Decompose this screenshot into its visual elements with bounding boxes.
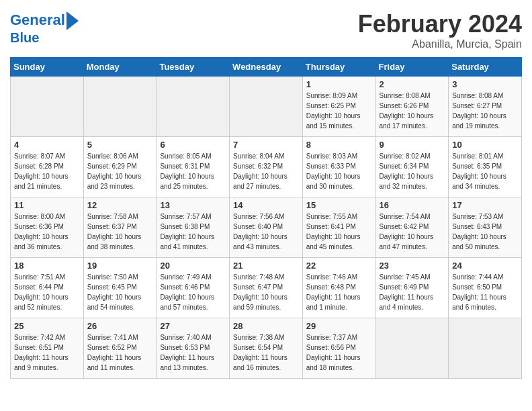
day-number: 19 [87, 261, 153, 271]
day-cell [449, 318, 522, 379]
day-info: Sunrise: 8:08 AM Sunset: 6:27 PM Dayligh… [452, 91, 518, 131]
day-cell [157, 77, 230, 137]
week-row-3: 11Sunrise: 8:00 AM Sunset: 6:36 PM Dayli… [11, 197, 522, 258]
header-cell-wednesday: Wednesday [230, 58, 303, 77]
day-cell: 17Sunrise: 7:53 AM Sunset: 6:43 PM Dayli… [449, 197, 522, 258]
header-cell-thursday: Thursday [302, 58, 375, 77]
day-number: 25 [14, 321, 80, 331]
week-row-1: 1Sunrise: 8:09 AM Sunset: 6:25 PM Daylig… [11, 77, 522, 137]
page-header: General Blue February 2024 Abanilla, Mur… [10, 10, 522, 50]
day-info: Sunrise: 7:57 AM Sunset: 6:38 PM Dayligh… [160, 212, 226, 252]
day-cell: 18Sunrise: 7:51 AM Sunset: 6:44 PM Dayli… [11, 258, 84, 318]
day-cell [375, 318, 449, 379]
day-cell: 3Sunrise: 8:08 AM Sunset: 6:27 PM Daylig… [449, 77, 522, 137]
day-cell: 11Sunrise: 8:00 AM Sunset: 6:36 PM Dayli… [11, 197, 84, 258]
day-info: Sunrise: 8:03 AM Sunset: 6:33 PM Dayligh… [306, 151, 372, 191]
day-number: 15 [306, 200, 372, 210]
month-title: February 2024 [358, 10, 522, 38]
day-info: Sunrise: 7:54 AM Sunset: 6:42 PM Dayligh… [380, 212, 445, 252]
day-number: 24 [452, 261, 518, 271]
day-info: Sunrise: 7:53 AM Sunset: 6:43 PM Dayligh… [452, 212, 518, 252]
day-cell: 25Sunrise: 7:42 AM Sunset: 6:51 PM Dayli… [11, 318, 84, 379]
day-info: Sunrise: 7:41 AM Sunset: 6:52 PM Dayligh… [87, 332, 153, 373]
day-number: 7 [233, 140, 299, 150]
day-info: Sunrise: 8:07 AM Sunset: 6:28 PM Dayligh… [14, 151, 80, 191]
day-info: Sunrise: 7:56 AM Sunset: 6:40 PM Dayligh… [233, 212, 299, 252]
day-number: 2 [380, 79, 445, 89]
day-info: Sunrise: 7:51 AM Sunset: 6:44 PM Dayligh… [14, 272, 80, 312]
day-number: 14 [233, 200, 299, 210]
day-number: 11 [14, 200, 80, 210]
day-number: 27 [160, 321, 226, 331]
day-number: 28 [233, 321, 299, 331]
day-cell: 29Sunrise: 7:37 AM Sunset: 6:56 PM Dayli… [302, 318, 375, 379]
day-info: Sunrise: 7:44 AM Sunset: 6:50 PM Dayligh… [452, 272, 518, 312]
day-cell: 2Sunrise: 8:08 AM Sunset: 6:26 PM Daylig… [375, 77, 449, 137]
day-cell: 15Sunrise: 7:55 AM Sunset: 6:41 PM Dayli… [302, 197, 375, 258]
day-number: 8 [306, 140, 372, 150]
day-cell: 24Sunrise: 7:44 AM Sunset: 6:50 PM Dayli… [449, 258, 522, 318]
day-info: Sunrise: 8:00 AM Sunset: 6:36 PM Dayligh… [14, 212, 80, 252]
calendar-header: SundayMondayTuesdayWednesdayThursdayFrid… [11, 58, 522, 77]
day-info: Sunrise: 8:08 AM Sunset: 6:26 PM Dayligh… [380, 91, 445, 131]
title-block: February 2024 Abanilla, Murcia, Spain [358, 10, 522, 50]
day-number: 9 [380, 140, 445, 150]
header-cell-friday: Friday [375, 58, 449, 77]
logo-text: General [10, 12, 65, 28]
header-cell-sunday: Sunday [11, 58, 84, 77]
day-info: Sunrise: 7:48 AM Sunset: 6:47 PM Dayligh… [233, 272, 299, 312]
day-number: 4 [14, 140, 80, 150]
day-cell [11, 77, 84, 137]
week-row-2: 4Sunrise: 8:07 AM Sunset: 6:28 PM Daylig… [11, 137, 522, 197]
day-number: 1 [306, 79, 372, 89]
day-info: Sunrise: 8:02 AM Sunset: 6:34 PM Dayligh… [380, 151, 445, 191]
day-cell: 1Sunrise: 8:09 AM Sunset: 6:25 PM Daylig… [302, 77, 375, 137]
day-cell: 9Sunrise: 8:02 AM Sunset: 6:34 PM Daylig… [375, 137, 449, 197]
day-number: 20 [160, 261, 226, 271]
day-info: Sunrise: 7:49 AM Sunset: 6:46 PM Dayligh… [160, 272, 226, 312]
logo: General Blue [10, 10, 79, 45]
day-number: 5 [87, 140, 153, 150]
day-cell: 20Sunrise: 7:49 AM Sunset: 6:46 PM Dayli… [157, 258, 230, 318]
day-cell: 14Sunrise: 7:56 AM Sunset: 6:40 PM Dayli… [230, 197, 303, 258]
day-cell: 27Sunrise: 7:40 AM Sunset: 6:53 PM Dayli… [157, 318, 230, 379]
day-info: Sunrise: 8:01 AM Sunset: 6:35 PM Dayligh… [452, 151, 518, 191]
day-info: Sunrise: 7:38 AM Sunset: 6:54 PM Dayligh… [233, 332, 299, 373]
day-cell: 7Sunrise: 8:04 AM Sunset: 6:32 PM Daylig… [230, 137, 303, 197]
day-info: Sunrise: 8:04 AM Sunset: 6:32 PM Dayligh… [233, 151, 299, 191]
day-cell: 8Sunrise: 8:03 AM Sunset: 6:33 PM Daylig… [302, 137, 375, 197]
day-cell: 16Sunrise: 7:54 AM Sunset: 6:42 PM Dayli… [375, 197, 449, 258]
day-info: Sunrise: 7:45 AM Sunset: 6:49 PM Dayligh… [380, 272, 445, 312]
day-number: 13 [160, 200, 226, 210]
week-row-4: 18Sunrise: 7:51 AM Sunset: 6:44 PM Dayli… [11, 258, 522, 318]
day-number: 21 [233, 261, 299, 271]
day-info: Sunrise: 7:46 AM Sunset: 6:48 PM Dayligh… [306, 272, 372, 312]
header-cell-tuesday: Tuesday [157, 58, 230, 77]
day-cell: 5Sunrise: 8:06 AM Sunset: 6:29 PM Daylig… [83, 137, 157, 197]
day-info: Sunrise: 7:37 AM Sunset: 6:56 PM Dayligh… [306, 332, 372, 373]
day-cell: 21Sunrise: 7:48 AM Sunset: 6:47 PM Dayli… [230, 258, 303, 318]
header-cell-saturday: Saturday [449, 58, 522, 77]
day-info: Sunrise: 8:06 AM Sunset: 6:29 PM Dayligh… [87, 151, 153, 191]
day-cell: 22Sunrise: 7:46 AM Sunset: 6:48 PM Dayli… [302, 258, 375, 318]
day-info: Sunrise: 7:42 AM Sunset: 6:51 PM Dayligh… [14, 332, 80, 373]
day-info: Sunrise: 8:05 AM Sunset: 6:31 PM Dayligh… [160, 151, 226, 191]
week-row-5: 25Sunrise: 7:42 AM Sunset: 6:51 PM Dayli… [11, 318, 522, 379]
logo-arrow-icon [66, 11, 79, 30]
day-number: 17 [452, 200, 518, 210]
day-cell: 10Sunrise: 8:01 AM Sunset: 6:35 PM Dayli… [449, 137, 522, 197]
day-number: 23 [380, 261, 445, 271]
day-cell: 13Sunrise: 7:57 AM Sunset: 6:38 PM Dayli… [157, 197, 230, 258]
day-number: 3 [452, 79, 518, 89]
day-info: Sunrise: 8:09 AM Sunset: 6:25 PM Dayligh… [306, 91, 372, 131]
calendar-table: SundayMondayTuesdayWednesdayThursdayFrid… [10, 57, 522, 379]
day-cell [83, 77, 157, 137]
day-cell: 12Sunrise: 7:58 AM Sunset: 6:37 PM Dayli… [83, 197, 157, 258]
day-cell: 28Sunrise: 7:38 AM Sunset: 6:54 PM Dayli… [230, 318, 303, 379]
day-number: 29 [306, 321, 372, 331]
day-cell [230, 77, 303, 137]
day-cell: 19Sunrise: 7:50 AM Sunset: 6:45 PM Dayli… [83, 258, 157, 318]
day-number: 10 [452, 140, 518, 150]
day-number: 12 [87, 200, 153, 210]
day-cell: 26Sunrise: 7:41 AM Sunset: 6:52 PM Dayli… [83, 318, 157, 379]
